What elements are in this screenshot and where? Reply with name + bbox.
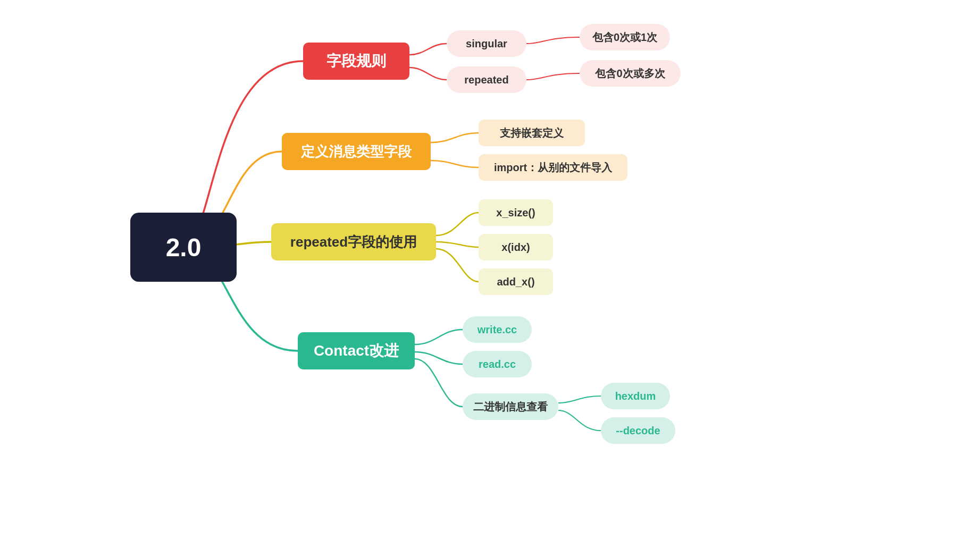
branch3-main-node: repeated字段的使用 [271,223,436,260]
branch3-leaf1-node: x_size() [479,199,553,226]
branch3-leaf3-label: add_x() [497,276,534,288]
branch3-leaf2-label: x(idx) [501,241,530,254]
branch1-leaf1-desc-node: 包含0次或1次 [580,24,670,51]
branch1-leaf1-desc-label: 包含0次或1次 [592,30,657,45]
branch4-leaf1-node: write.cc [463,316,532,343]
branch1-leaf2-node: repeated [447,66,526,93]
branch4-sub-label: 二进制信息查看 [473,400,548,414]
branch2-leaf2-node: import：从别的文件导入 [479,154,627,181]
root-node: 2.0 [130,213,237,282]
branch2-main-label: 定义消息类型字段 [301,142,412,161]
branch1-leaf1-label: singular [466,38,507,50]
branch4-main-node: Contact改进 [298,332,415,369]
branch4-sub-leaf2-label: --decode [616,425,660,437]
branch4-leaf1-label: write.cc [478,324,517,336]
branch2-leaf1-node: 支持嵌套定义 [479,120,585,146]
branch4-sub-node: 二进制信息查看 [463,393,558,420]
branch1-leaf2-desc-label: 包含0次或多次 [595,66,665,81]
branch2-main-node: 定义消息类型字段 [282,133,431,170]
branch4-sub-leaf1-label: hexdum [615,390,656,402]
root-label: 2.0 [166,233,202,262]
branch3-leaf3-node: add_x() [479,268,553,295]
branch2-leaf1-label: 支持嵌套定义 [500,126,564,140]
branch3-leaf1-label: x_size() [496,207,535,219]
branch2-leaf2-label: import：从别的文件导入 [494,161,612,175]
branch1-leaf2-label: repeated [464,74,508,86]
branch4-leaf2-label: read.cc [479,358,516,371]
branch3-leaf2-node: x(idx) [479,234,553,260]
branch4-main-label: Contact改进 [314,341,399,361]
branch1-main-label: 字段规则 [326,51,386,71]
branch4-sub-leaf1-node: hexdum [601,383,670,409]
branch1-leaf1-node: singular [447,30,526,57]
branch1-main-node: 字段规则 [303,43,409,80]
branch3-main-label: repeated字段的使用 [290,233,417,251]
branch4-sub-leaf2-node: --decode [601,417,675,444]
branch1-leaf2-desc-node: 包含0次或多次 [580,60,681,87]
branch4-leaf2-node: read.cc [463,351,532,377]
